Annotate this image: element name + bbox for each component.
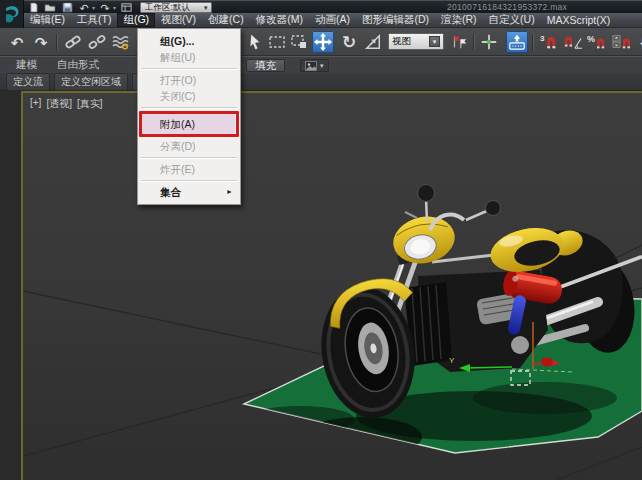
keyboard-shortcut-override-button[interactable] bbox=[506, 31, 528, 53]
select-and-scale-button[interactable] bbox=[362, 31, 384, 53]
undo-icon[interactable]: ↶ bbox=[77, 2, 91, 13]
ribbon-tab-modeling[interactable]: 建模 bbox=[8, 57, 45, 73]
3dsmax-logo-button[interactable] bbox=[0, 0, 24, 28]
title-bar: ↶▾ ↷▾ 工作区:默认 ▾ 20100716184321953372.max bbox=[0, 0, 642, 13]
ribbon-tab-freeform[interactable]: 自由形式 bbox=[49, 57, 107, 73]
scale-icon bbox=[364, 33, 382, 51]
workspace-icon[interactable] bbox=[119, 2, 133, 13]
3dsmax-window: ↶▾ ↷▾ 工作区:默认 ▾ 20100716184321953372.max … bbox=[0, 0, 642, 480]
select-object-button[interactable] bbox=[244, 31, 266, 53]
menu-item-explode[interactable]: 炸开(E) bbox=[138, 161, 240, 177]
menu-create[interactable]: 创建(C) bbox=[202, 13, 250, 27]
menu-modifiers[interactable]: 修改器(M) bbox=[250, 13, 309, 27]
angle-snap-magnet-icon bbox=[563, 33, 583, 51]
window-left-edge bbox=[0, 91, 21, 480]
select-and-rotate-button[interactable]: ↻ bbox=[338, 31, 360, 53]
menu-separator bbox=[141, 68, 237, 69]
angle-snap-toggle-button[interactable] bbox=[562, 31, 584, 53]
reference-coordinate-system-dropdown[interactable]: 视图 ▾ bbox=[388, 33, 444, 50]
define-flow-button[interactable]: 定义流 bbox=[6, 73, 50, 91]
undo-caret-icon[interactable]: ▾ bbox=[92, 4, 95, 11]
assembly-label: 集合 bbox=[160, 184, 181, 200]
workspace-dropdown[interactable]: 工作区:默认 ▾ bbox=[140, 2, 212, 13]
annotation-highlight-box bbox=[139, 111, 239, 137]
menu-item-ungroup[interactable]: 解组(U) bbox=[138, 49, 240, 65]
coordinate-system-value: 视图 bbox=[392, 35, 411, 48]
ribbon-caret-icon: ▾ bbox=[320, 62, 324, 70]
percent-snap-toggle-button[interactable]: % bbox=[586, 31, 608, 53]
open-file-icon[interactable] bbox=[43, 2, 57, 13]
menu-tools[interactable]: 工具(T) bbox=[71, 13, 117, 27]
workspace-caret-icon: ▾ bbox=[204, 4, 208, 12]
ribbon-tab-bar: 建模 自由形式 填充 ▾ bbox=[0, 56, 642, 73]
selection-region-button[interactable] bbox=[266, 31, 288, 53]
viewport-shading-menu[interactable]: [真实] bbox=[77, 97, 103, 111]
select-and-manipulate-button[interactable] bbox=[478, 31, 500, 53]
menu-item-close[interactable]: 关闭(C) bbox=[138, 88, 240, 104]
menu-edit[interactable]: 编辑(E) bbox=[24, 13, 71, 27]
redo-caret-icon[interactable]: ▾ bbox=[113, 4, 116, 11]
define-idle-area-button[interactable]: 定义空闲区域 bbox=[54, 73, 128, 91]
viewport-perspective[interactable]: Y [+] [透视] [真实] bbox=[21, 91, 642, 480]
bind-to-space-warp-button[interactable] bbox=[110, 31, 132, 53]
menu-bar: 编辑(E) 工具(T) 组(G) 视图(V) 创建(C) 修改器(M) 动画(A… bbox=[0, 13, 642, 28]
menu-item-group[interactable]: 组(G)... bbox=[138, 33, 240, 49]
viewport-scene: Y bbox=[23, 93, 642, 480]
ribbon-tab-populate[interactable]: 填充 bbox=[246, 59, 285, 72]
svg-text:3: 3 bbox=[540, 34, 545, 43]
named-selection-sets-button[interactable]: { bbox=[632, 31, 642, 53]
redo-icon: ↷ bbox=[35, 35, 48, 50]
save-icon[interactable] bbox=[60, 2, 74, 13]
menu-views[interactable]: 视图(V) bbox=[155, 13, 202, 27]
pivot-flags-icon bbox=[450, 33, 468, 51]
redo-icon[interactable]: ↷ bbox=[98, 2, 112, 13]
3dsmax-logo-icon bbox=[2, 3, 22, 25]
select-and-move-button[interactable] bbox=[312, 31, 334, 53]
select-and-link-button[interactable] bbox=[62, 31, 84, 53]
undo-button[interactable]: ↶ bbox=[6, 31, 28, 53]
document-filename: 20100716184321953372.max bbox=[447, 2, 587, 12]
link-icon bbox=[64, 33, 82, 51]
menu-separator bbox=[141, 107, 237, 108]
redo-button[interactable]: ↷ bbox=[30, 31, 52, 53]
menu-separator bbox=[141, 180, 237, 181]
menu-item-assembly[interactable]: 集合 ► bbox=[138, 184, 240, 200]
ribbon-display-options-button[interactable]: ▾ bbox=[300, 59, 329, 72]
viewport-label: [+] [透视] [真实] bbox=[30, 97, 103, 111]
new-file-icon[interactable] bbox=[26, 2, 40, 13]
submenu-arrow-icon: ► bbox=[226, 184, 233, 200]
window-crossing-button[interactable] bbox=[288, 31, 310, 53]
group-menu-dropdown: 组(G)... 解组(U) 打开(O) 关闭(C) 附加(A) 分离(D) 炸开… bbox=[137, 28, 241, 205]
menu-maxscript[interactable]: MAXScript(X) bbox=[541, 13, 617, 27]
snaps-toggle-3d-button[interactable]: 3 bbox=[538, 31, 560, 53]
svg-text:%: % bbox=[587, 34, 595, 44]
window-crossing-icon bbox=[290, 33, 308, 51]
ribbon-image-icon bbox=[305, 61, 317, 71]
svg-text:Y: Y bbox=[449, 356, 455, 365]
menu-rendering[interactable]: 渲染(R) bbox=[435, 13, 483, 27]
toolbar-separator bbox=[56, 34, 57, 50]
manipulate-cross-icon bbox=[480, 33, 498, 51]
attach-item-wrap: 附加(A) bbox=[138, 111, 240, 137]
menu-animation[interactable]: 动画(A) bbox=[309, 13, 356, 27]
toolbar-separator bbox=[473, 34, 474, 50]
menu-item-detach[interactable]: 分离(D) bbox=[138, 138, 240, 154]
menu-separator bbox=[141, 157, 237, 158]
dropdown-arrow-icon: ▾ bbox=[429, 36, 440, 47]
undo-icon: ↶ bbox=[11, 35, 24, 50]
toolbar-separator bbox=[532, 34, 533, 50]
select-cursor-icon bbox=[246, 33, 264, 51]
percent-snap-magnet-icon: % bbox=[587, 33, 607, 51]
populate-panel: 定义流 定义空闲区域 模拟 bbox=[0, 73, 642, 91]
menu-graph-editors[interactable]: 图形编辑器(D) bbox=[356, 13, 435, 27]
spinner-snap-toggle-button[interactable] bbox=[610, 31, 632, 53]
main-toolbar: ↶ ↷ ↻ 视图 ▾ bbox=[0, 28, 642, 56]
viewport-pov-menu[interactable]: [透视] bbox=[46, 97, 72, 111]
unlink-selection-button[interactable] bbox=[86, 31, 108, 53]
menu-group[interactable]: 组(G) bbox=[117, 13, 155, 27]
menu-customize[interactable]: 自定义(U) bbox=[483, 13, 541, 27]
3d-snap-magnet-icon: 3 bbox=[539, 33, 559, 51]
viewport-general-menu[interactable]: [+] bbox=[30, 97, 41, 111]
use-pivot-point-button[interactable] bbox=[448, 31, 470, 53]
menu-item-open[interactable]: 打开(O) bbox=[138, 72, 240, 88]
